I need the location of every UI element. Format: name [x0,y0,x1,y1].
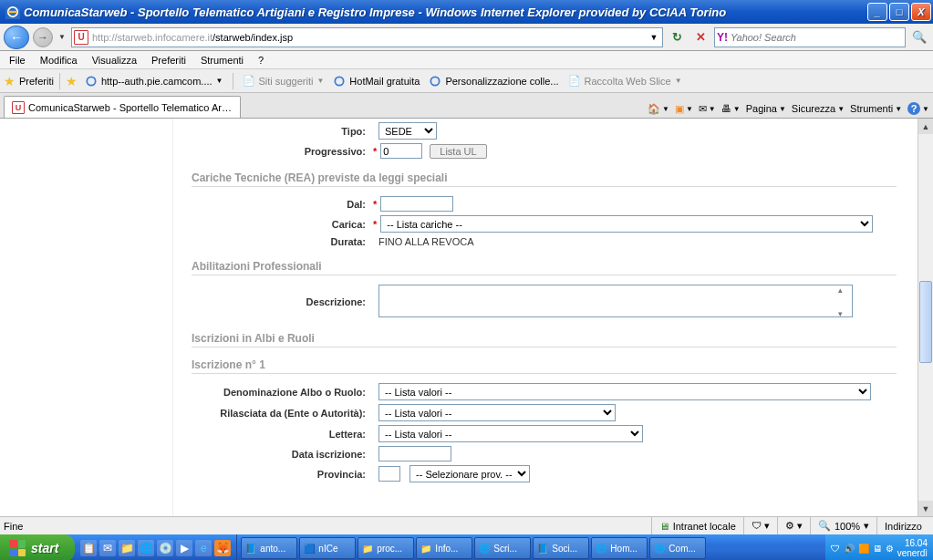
ql-item-7[interactable]: 🦊 [214,540,231,556]
ql-item-5[interactable]: ▶ [176,540,192,556]
mail-dropdown[interactable]: ✉▼ [699,103,716,115]
durata-label: Durata: [192,236,369,247]
help-dropdown[interactable]: ?▼ [907,102,929,115]
minimize-button[interactable]: _ [867,3,887,21]
ie-favicon [5,5,20,19]
status-protected-mode[interactable]: 🛡 ▾ [743,517,777,534]
add-favorite-icon[interactable]: ★ [66,74,78,88]
progressivo-input[interactable] [380,143,422,159]
provincia-select[interactable]: -- Selezionare prov. -- [409,465,530,482]
ql-item-4[interactable]: 💿 [157,540,173,556]
ql-item-1[interactable]: ✉ [99,540,116,556]
tray-icon[interactable]: 🖥 [873,544,882,554]
lettera-select[interactable]: -- Lista valori -- [378,425,643,442]
task-3[interactable]: 📁Info... [416,537,472,559]
clock[interactable]: 16.04 venerdì [897,538,928,558]
section-iscr1: Iscrizione n° 1 [192,358,897,371]
favorites-label[interactable]: Preferiti [19,76,54,87]
close-button[interactable]: X [911,3,931,21]
print-dropdown[interactable]: 🖶▼ [721,103,741,114]
tipo-select[interactable]: SEDE [378,122,437,140]
search-input[interactable] [731,32,903,43]
search-go-button[interactable]: 🔍 [909,27,929,47]
menu-strumenti[interactable]: Strumenti [195,53,249,67]
favorites-star-icon[interactable]: ★ [4,74,16,88]
home-icon: 🏠 [648,103,660,115]
browser-tab[interactable]: U ComunicaStarweb - Sportello Telematico… [4,96,241,118]
tab-bar: U ComunicaStarweb - Sportello Telematico… [0,93,933,119]
section-cariche: Cariche Tecniche (REA) previste da leggi… [192,171,897,184]
descrizione-textarea[interactable] [378,285,853,317]
task-2[interactable]: 📁proc... [358,537,414,559]
tray-icon[interactable]: 🟧 [858,544,869,554]
carica-select[interactable]: -- Lista cariche -- [380,215,873,233]
maximize-button[interactable]: □ [889,3,909,21]
denominazione-label: Denominazione Albo o Ruolo: [192,387,369,398]
provincia-input[interactable] [378,466,400,482]
scroll-down-icon[interactable]: ▼ [918,501,933,516]
status-zone: 🖥Intranet locale [651,517,743,534]
forward-button[interactable]: → [33,27,53,47]
scroll-up-icon[interactable]: ▲ [918,119,933,134]
taskbar: start 📋 ✉ 📁 🌐 💿 ▶ e 🦊 📘anto... 🟦nICe 📁pr… [0,534,933,560]
tray-icon[interactable]: 🛡 [831,544,840,554]
tray-icon[interactable]: ⚙ [886,544,894,554]
task-0[interactable]: 📘anto... [241,537,297,559]
favlink-4[interactable]: 📄Raccolta Web Slice▼ [565,73,686,88]
feed-dropdown[interactable]: ▣▼ [675,103,693,115]
favlink-0[interactable]: http--auth.pie.camcom....▼ [81,73,227,89]
status-bar: Fine 🖥Intranet locale 🛡 ▾ ⚙ ▾ 🔍 100% ▾ I… [0,516,933,534]
stop-button[interactable]: ✕ [690,27,710,47]
durata-value: FINO ALLA REVOCA [378,236,474,247]
status-unknown[interactable]: ⚙ ▾ [777,517,810,534]
start-button[interactable]: start [0,534,75,560]
menu-preferiti[interactable]: Preferiti [146,53,192,67]
ie-icon [85,75,98,88]
task-1[interactable]: 🟦nICe [299,537,356,559]
system-tray: 🛡 🔊 🟧 🖥 ⚙ 16.04 venerdì [825,534,933,560]
menu-file[interactable]: File [4,53,31,67]
tools-dropdown[interactable]: Strumenti▼ [850,103,902,114]
vertical-scrollbar[interactable]: ▲ ▼ [917,119,933,516]
ql-item-6[interactable]: e [195,540,212,556]
history-dropdown[interactable]: ▼ [57,33,67,41]
address-bar[interactable]: U http://starweb.infocamere.it/starweb/i… [71,27,663,47]
favlink-1[interactable]: 📄Siti suggeriti▼ [239,73,328,88]
task-4[interactable]: 🌐Scri... [474,537,531,559]
back-button[interactable]: ← [4,26,29,49]
rss-icon: ▣ [675,103,684,115]
dataiscrizione-input[interactable] [378,446,451,461]
menu-help[interactable]: ? [253,53,269,67]
status-text: Fine [4,521,23,532]
ql-item-3[interactable]: 🌐 [138,540,154,556]
scroll-thumb[interactable] [919,281,932,363]
menu-visualizza[interactable]: Visualizza [87,53,142,67]
titlebar: ComunicaStarweb - Sportello Telematico A… [0,0,933,24]
status-indirizzo: Indirizzo [876,517,929,534]
favlink-3[interactable]: Personalizzazione colle... [425,73,562,89]
lista-ul-button[interactable]: Lista UL [430,144,486,159]
menu-modifica[interactable]: Modifica [35,53,83,67]
status-zoom[interactable]: 🔍 100% ▾ [810,517,876,534]
page-dropdown[interactable]: Pagina▼ [746,103,786,114]
task-5[interactable]: 📘Soci... [533,537,589,559]
home-dropdown[interactable]: 🏠▼ [648,103,669,115]
word-icon: 📘 [245,544,256,554]
address-dropdown[interactable]: ▼ [648,33,660,42]
dal-input[interactable] [380,196,453,212]
progressivo-label: Progressivo: [192,146,369,157]
rilasciata-select[interactable]: -- Lista valori -- [378,404,616,421]
denominazione-select[interactable]: -- Lista valori -- [378,383,871,400]
ie-icon: 🌐 [596,544,606,554]
favlink-2[interactable]: HotMail gratuita [329,73,423,89]
tray-icon[interactable]: 🔊 [844,544,855,554]
task-7[interactable]: 🌐Com... [649,537,706,559]
svg-point-3 [431,77,440,85]
task-6[interactable]: 🌐Hom... [591,537,648,559]
search-box[interactable]: Y! [714,27,906,47]
yahoo-icon: Y! [717,31,728,44]
security-dropdown[interactable]: Sicurezza▼ [792,103,845,114]
refresh-button[interactable]: ↻ [667,27,687,47]
ql-item-0[interactable]: 📋 [80,540,97,556]
ql-item-2[interactable]: 📁 [119,540,135,556]
